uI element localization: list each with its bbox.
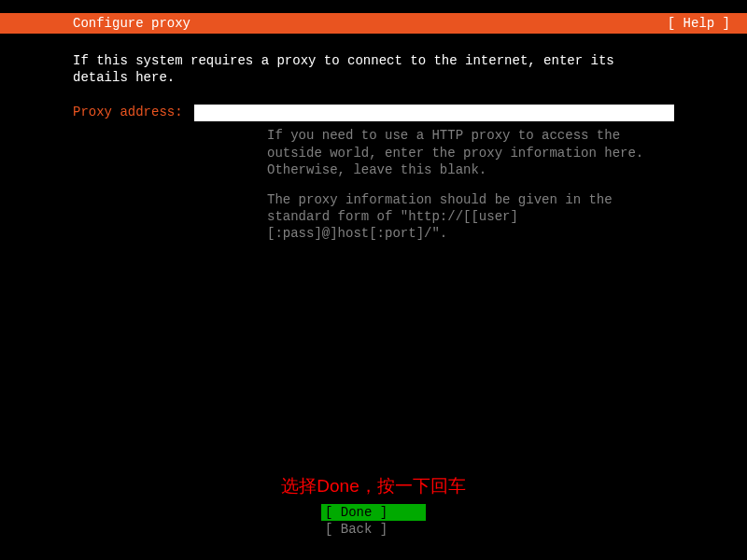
help-button[interactable]: [ Help ] [668, 16, 730, 31]
proxy-help-text-1: If you need to use a HTTP proxy to acces… [73, 127, 674, 178]
proxy-address-input[interactable] [194, 105, 674, 121]
done-button[interactable]: [ Done ] [321, 504, 426, 521]
content-area: If this system requires a proxy to conne… [0, 34, 747, 243]
header-bar: Configure proxy [ Help ] [0, 13, 747, 34]
intro-text: If this system requires a proxy to conne… [73, 52, 674, 86]
annotation-text: 选择Done，按一下回车 [0, 474, 747, 498]
proxy-label: Proxy address: [73, 105, 194, 119]
button-row: [ Done ] [ Back ] [0, 504, 747, 538]
proxy-form-row: Proxy address: [73, 105, 674, 121]
back-button[interactable]: [ Back ] [321, 521, 426, 538]
page-title: Configure proxy [73, 16, 190, 31]
proxy-help-text-2: The proxy information should be given in… [73, 191, 674, 243]
